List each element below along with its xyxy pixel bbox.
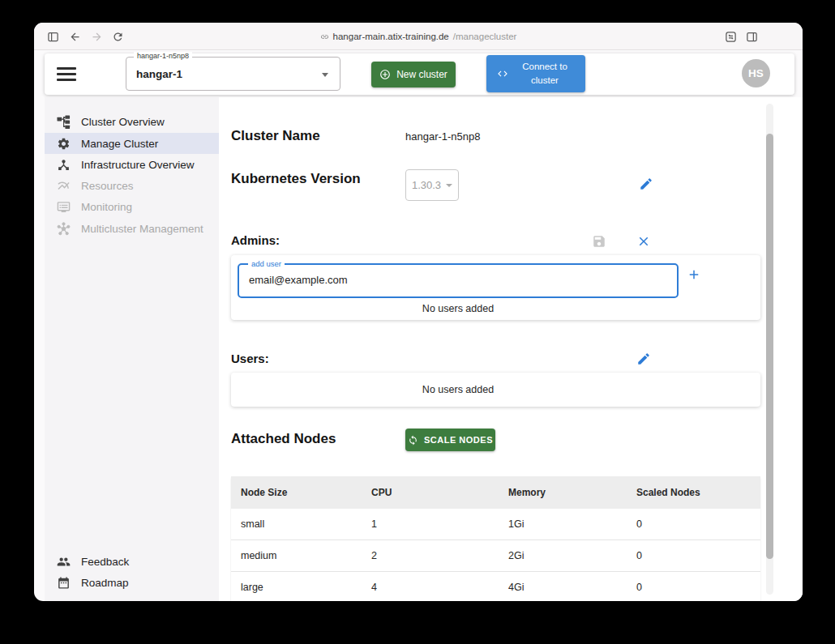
sidebar-item-infrastructure-overview[interactable]: Infrastructure Overview <box>45 154 219 175</box>
cluster-select[interactable]: hangar-1-n5np8 hangar-1 <box>126 57 340 91</box>
admins-card: add user No users added <box>231 255 760 320</box>
column-header: Scaled Nodes <box>627 476 760 509</box>
monitor-icon <box>57 200 71 214</box>
cancel-admins-button[interactable] <box>636 234 651 249</box>
sidebar-item-multicluster-management: Multicluster Management <box>45 218 219 239</box>
scale-nodes-button[interactable]: SCALE NODES <box>405 429 495 451</box>
sync-icon <box>408 435 418 446</box>
reload-icon[interactable] <box>112 31 124 43</box>
sidebar-item-feedback[interactable]: Feedback <box>45 551 219 572</box>
avatar[interactable]: HS <box>742 59 770 87</box>
sidebar-item-label: Multicluster Management <box>81 223 203 235</box>
table-header-row: Node Size CPU Memory Scaled Nodes <box>231 476 760 509</box>
cluster-name-label: Cluster Name <box>231 128 320 144</box>
table-row: small 1 1Gi 0 <box>231 509 760 540</box>
table-cell: 1Gi <box>499 509 627 540</box>
table-cell: 2 <box>362 540 499 571</box>
sidebar-item-label: Resources <box>81 180 134 192</box>
admins-label: Admins: <box>231 233 280 247</box>
split-view-icon[interactable] <box>746 31 758 43</box>
add-admin-button[interactable] <box>687 267 701 282</box>
table-cell: large <box>231 572 362 601</box>
main-content: Cluster Name hangar-1-n5np8 Kubernetes V… <box>219 97 803 601</box>
app-header: hangar-1-n5np8 hangar-1 New cluster Conn… <box>45 53 794 95</box>
close-icon <box>636 234 651 249</box>
kubernetes-version-select: 1.30.3 <box>405 169 459 201</box>
avatar-initials: HS <box>748 67 764 79</box>
scale-nodes-label: SCALE NODES <box>424 435 493 445</box>
add-user-input[interactable] <box>249 274 654 286</box>
table-cell: medium <box>231 540 362 571</box>
pencil-icon <box>639 177 653 191</box>
chevron-down-icon <box>446 184 452 187</box>
column-header: Node Size <box>231 476 362 509</box>
scrollbar[interactable] <box>766 134 773 559</box>
plus-icon <box>687 267 701 282</box>
url-path: /managecluster <box>453 32 517 41</box>
save-icon <box>592 234 606 249</box>
new-cluster-button[interactable]: New cluster <box>371 62 456 87</box>
sidebar-item-manage-cluster[interactable]: Manage Cluster <box>45 133 219 154</box>
code-icon <box>497 68 508 79</box>
column-header: Memory <box>499 476 627 509</box>
calendar-icon <box>57 576 71 590</box>
cluster-select-label: hangar-1-n5np8 <box>134 52 192 60</box>
admins-empty-text: No users added <box>231 303 685 314</box>
connect-label: Connect to cluster <box>515 60 575 87</box>
browser-window: hangar-main.atix-training.de/manageclust… <box>34 23 803 601</box>
sidebar-item-label: Cluster Overview <box>81 116 165 128</box>
sidebar-item-label: Manage Cluster <box>81 138 158 150</box>
browser-toolbar: hangar-main.atix-training.de/manageclust… <box>34 23 803 50</box>
sidebar-item-label: Infrastructure Overview <box>81 159 195 171</box>
hub-icon <box>57 222 71 236</box>
table-cell: 1 <box>362 509 499 540</box>
users-card: No users added <box>231 373 760 407</box>
table-row: large 4 4Gi 0 <box>231 572 760 601</box>
forward-icon <box>91 31 103 43</box>
sidebar-item-cluster-overview[interactable]: Cluster Overview <box>45 111 219 132</box>
link-icon <box>320 32 329 41</box>
sidebar-item-label: Feedback <box>81 556 129 568</box>
table-row: medium 2 2Gi 0 <box>231 540 760 572</box>
column-header: CPU <box>362 476 499 509</box>
pencil-icon <box>636 352 651 366</box>
sidebar-item-resources: Resources <box>45 175 219 196</box>
table-cell: 0 <box>627 572 760 601</box>
table-cell: 0 <box>627 509 760 540</box>
attached-nodes-label: Attached Nodes <box>231 431 336 447</box>
table-cell: 0 <box>627 540 760 571</box>
chevron-down-icon <box>322 73 328 77</box>
edit-kubernetes-version-button[interactable] <box>639 177 653 191</box>
gear-icon <box>57 137 71 151</box>
multiline-chart-icon <box>57 179 71 193</box>
new-cluster-label: New cluster <box>396 69 447 80</box>
edit-users-button[interactable] <box>636 352 651 366</box>
kubernetes-version-label: Kubernetes Version <box>231 171 361 187</box>
url-domain: hangar-main.atix-training.de <box>333 32 449 41</box>
table-cell: 2Gi <box>499 540 627 571</box>
add-circle-icon <box>379 69 391 80</box>
page-settings-icon[interactable] <box>725 31 737 43</box>
back-icon[interactable] <box>69 31 81 43</box>
add-user-field[interactable]: add user <box>238 263 679 298</box>
sidebar-item-label: Roadmap <box>81 577 129 589</box>
people-icon <box>57 555 71 569</box>
table-cell: small <box>231 509 362 540</box>
connect-to-cluster-button[interactable]: Connect to cluster <box>486 55 585 92</box>
sidebar-item-roadmap[interactable]: Roadmap <box>45 572 219 593</box>
sidebar: Cluster Overview Manage Cluster Infrastr… <box>45 97 219 601</box>
users-empty-text: No users added <box>231 384 685 395</box>
sidebar-item-monitoring: Monitoring <box>45 196 219 217</box>
menu-icon[interactable] <box>57 67 76 81</box>
sidebar-item-label: Monitoring <box>81 201 132 213</box>
url-bar[interactable]: hangar-main.atix-training.de/manageclust… <box>196 23 640 50</box>
nodes-table: Node Size CPU Memory Scaled Nodes small … <box>231 476 760 601</box>
kubernetes-version-value: 1.30.3 <box>412 179 441 191</box>
device-hub-icon <box>57 158 71 172</box>
users-label: Users: <box>231 352 269 365</box>
add-user-field-label: add user <box>248 259 285 268</box>
table-cell: 4Gi <box>499 572 627 601</box>
sidebar-toggle-icon[interactable] <box>47 31 59 43</box>
cluster-select-value: hangar-1 <box>136 68 182 80</box>
table-cell: 4 <box>362 572 499 601</box>
